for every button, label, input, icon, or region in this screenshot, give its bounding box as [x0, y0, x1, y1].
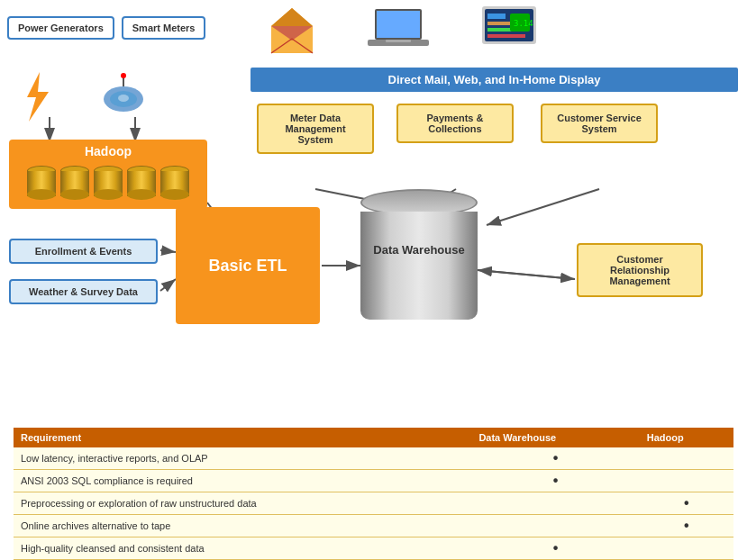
svg-marker-24: [271, 8, 313, 26]
satellite-dish-icon: [99, 72, 149, 124]
cell-requirement: High-quality cleansed and consistent dat…: [14, 537, 471, 560]
customer-service-box: Customer Service System: [541, 104, 658, 143]
svg-marker-17: [27, 72, 49, 122]
dw-label: Data Warehouse: [360, 243, 478, 257]
hadoop-box: Hadoop: [9, 140, 207, 209]
power-generators-box: Power Generators: [7, 16, 114, 40]
svg-line-5: [160, 250, 176, 252]
top-icons: 3.14: [266, 5, 540, 59]
crm-box: Customer Relationship Management: [577, 243, 703, 297]
lightning-icon: [20, 72, 56, 124]
svg-point-22: [118, 95, 129, 102]
cylinder-4: [127, 166, 156, 200]
smart-meters-box: Smart Meters: [122, 16, 206, 40]
table-area: Requirement Data Warehouse Hadoop Low la…: [0, 423, 747, 560]
svg-rect-30: [377, 11, 420, 38]
display-icon: 3.14: [478, 5, 540, 59]
col-hadoop: Hadoop: [640, 428, 733, 447]
enrollment-box: Enrollment & Events: [9, 239, 158, 264]
cell-dw: •: [471, 470, 639, 492]
laptop-icon: [368, 5, 429, 59]
mail-icon: [266, 5, 318, 59]
diagram-area: Power Generators Smart Meters Hadoop: [0, 0, 747, 423]
hadoop-label: Hadoop: [14, 144, 203, 158]
direct-mail-banner: Direct Mail, Web, and In-Home Display: [251, 68, 738, 92]
cell-requirement: Preprocessing or exploration of raw unst…: [14, 492, 471, 515]
cylinder-2: [60, 166, 89, 200]
cylinder-3: [94, 166, 123, 200]
payments-box: Payments & Collections: [396, 104, 514, 143]
dw-body: [360, 212, 478, 320]
comparison-table: Requirement Data Warehouse Hadoop Low la…: [14, 428, 733, 560]
col-data-warehouse: Data Warehouse: [471, 428, 639, 447]
table-row: Low latency, interactive reports, and OL…: [14, 447, 733, 470]
cylinder-5: [160, 166, 189, 200]
svg-rect-38: [487, 34, 525, 38]
table-row: ANSI 2003 SQL compliance is required•: [14, 470, 733, 492]
meter-data-box: Meter Data Management System: [257, 104, 374, 154]
svg-line-11: [478, 270, 575, 279]
svg-line-10: [487, 189, 599, 225]
gen-meter-row: Power Generators Smart Meters: [7, 16, 205, 40]
basic-etl-box: Basic ETL: [176, 207, 320, 324]
cell-dw: •: [471, 537, 639, 560]
hadoop-cylinders: [14, 161, 203, 204]
svg-rect-35: [487, 14, 506, 19]
weather-box: Weather & Survey Data: [9, 279, 158, 304]
cell-dw: [471, 492, 639, 515]
table-header-row: Requirement Data Warehouse Hadoop: [14, 428, 733, 447]
cell-requirement: Low latency, interactive reports, and OL…: [14, 447, 471, 470]
svg-rect-32: [386, 40, 411, 42]
table-row: Online archives alternative to tape•: [14, 515, 733, 537]
cell-requirement: Online archives alternative to tape: [14, 515, 471, 537]
cell-hadoop: [640, 470, 733, 492]
cell-dw: [471, 515, 639, 537]
cylinder-1: [27, 166, 56, 200]
cell-requirement: ANSI 2003 SQL compliance is required: [14, 470, 471, 492]
svg-point-21: [121, 73, 126, 78]
svg-line-6: [160, 279, 176, 291]
cell-hadoop: [640, 537, 733, 560]
cell-hadoop: •: [640, 492, 733, 515]
table-row: Preprocessing or exploration of raw unst…: [14, 492, 733, 515]
table-row: High-quality cleansed and consistent dat…: [14, 537, 733, 560]
data-warehouse: Data Warehouse: [360, 189, 478, 333]
svg-text:3.14: 3.14: [514, 19, 533, 28]
cell-hadoop: [640, 447, 733, 470]
cell-dw: •: [471, 447, 639, 470]
icons-row: [20, 72, 149, 124]
svg-line-12: [478, 270, 575, 279]
svg-rect-37: [487, 28, 513, 32]
cell-hadoop: •: [640, 515, 733, 537]
col-requirement: Requirement: [14, 428, 471, 447]
